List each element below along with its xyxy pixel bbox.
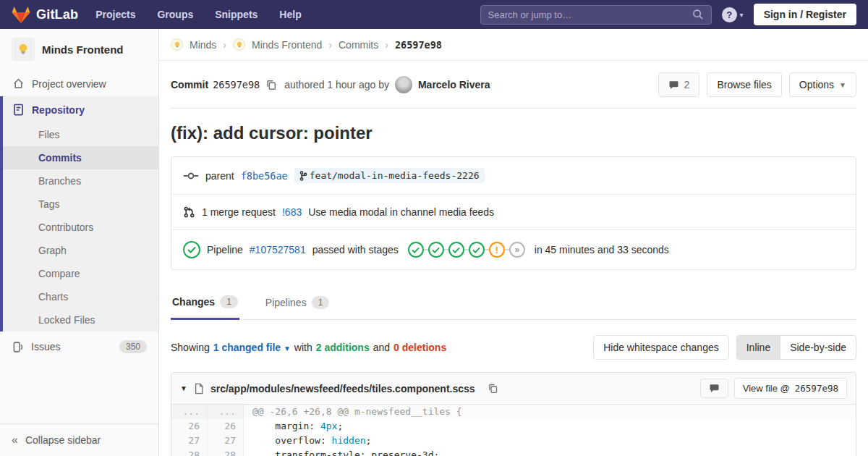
old-line-number[interactable]: 28 [171, 448, 208, 456]
hunk-header-text: @@ -26,6 +26,8 @@ m-newsfeed__tiles { [244, 405, 856, 419]
sidebar-item-issues[interactable]: Issues 350 [0, 332, 158, 362]
merge-request-link[interactable]: !683 [282, 206, 302, 218]
diff-file-header: ▼ src/app/modules/newsfeed/feeds/tiles.c… [171, 373, 856, 405]
new-line-number[interactable]: 28 [208, 448, 244, 456]
stage-warning-icon[interactable]: ! [489, 242, 505, 258]
sidebar-item-files[interactable]: Files [3, 123, 158, 146]
stage-passed-icon[interactable] [428, 242, 444, 258]
commit-tabs: Changes 1 Pipelines 1 [171, 287, 856, 320]
new-line-number: ... [208, 405, 244, 419]
sidebar-item-commits[interactable]: Commits [3, 146, 158, 169]
merge-request-icon [183, 206, 195, 219]
search-input[interactable] [488, 9, 692, 20]
code-text: ; [337, 421, 343, 431]
comments-count-button[interactable]: 2 [658, 72, 700, 97]
code-text: margin: [252, 421, 320, 431]
inline-view-button[interactable]: Inline [737, 336, 780, 359]
diff-code-row: 27 27 overflow: hidden; [171, 434, 856, 448]
tab-pipelines[interactable]: Pipelines 1 [264, 287, 331, 319]
browse-files-button[interactable]: Browse files [707, 72, 781, 97]
navbar-menu: Projects Groups Snippets Help [95, 9, 302, 20]
collapse-file-icon[interactable]: ▼ [180, 384, 187, 392]
main-content: Minds › Minds Frontend › Commits › 26597… [159, 29, 868, 456]
breadcrumb-separator: › [223, 39, 226, 51]
search-icon [692, 9, 704, 20]
copy-path-icon[interactable] [488, 383, 498, 394]
gitlab-tanuki-icon [12, 6, 30, 24]
diff-table: ... ... @@ -26,6 +26,8 @@ m-newsfeed__ti… [171, 405, 856, 456]
stage-passed-icon[interactable] [408, 242, 424, 258]
code-line: margin: 4px; [244, 419, 856, 434]
stage-passed-icon[interactable] [469, 242, 485, 258]
collapse-sidebar-label: Collapse sidebar [25, 434, 101, 446]
merge-request-row: 1 merge request !683 Use media modal in … [171, 194, 856, 229]
old-line-number: ... [171, 405, 208, 419]
nav-item-groups[interactable]: Groups [157, 9, 193, 20]
author-avatar[interactable] [395, 76, 412, 93]
stage-passed-icon[interactable] [448, 242, 464, 258]
sidebar-item-repository[interactable]: Repository [3, 96, 158, 123]
breadcrumb-commits[interactable]: Commits [339, 39, 378, 51]
project-title: Minds Frontend [42, 43, 124, 56]
pipeline-label: Pipeline [207, 244, 243, 256]
stage-skipped-icon[interactable]: » [509, 242, 525, 258]
sidebar-item-charts[interactable]: Charts [3, 285, 158, 308]
stage-connector [464, 249, 469, 250]
code-line: transform-style: preserve-3d; [244, 448, 856, 456]
project-context-header[interactable]: Minds Frontend [0, 29, 158, 71]
sidebar-item-locked-files[interactable]: Locked Files [3, 308, 158, 332]
new-line-number[interactable]: 26 [208, 419, 244, 434]
new-line-number[interactable]: 27 [208, 434, 244, 448]
author-name[interactable]: Marcelo Rivera [418, 79, 490, 90]
file-comment-button[interactable] [700, 379, 728, 398]
nav-item-help[interactable]: Help [279, 9, 301, 20]
branch-ref-label[interactable]: feat/modal-in-media-feeds-2226 [294, 168, 485, 183]
view-file-sha: 26597e98 [795, 383, 838, 394]
sidebar-item-compare[interactable]: Compare [3, 262, 158, 285]
pipeline-id-link[interactable]: #107527581 [250, 244, 306, 256]
breadcrumb-minds-frontend[interactable]: Minds Frontend [252, 39, 322, 51]
global-search[interactable] [480, 5, 712, 25]
document-icon [12, 104, 25, 116]
side-by-side-view-button[interactable]: Side-by-side [780, 336, 856, 359]
commit-icon [183, 171, 199, 181]
issues-icon [12, 341, 24, 353]
view-file-button[interactable]: View file @ 26597e98 [734, 378, 847, 399]
tab-label: Pipelines [265, 297, 307, 308]
old-line-number[interactable]: 26 [171, 419, 208, 434]
sidebar-item-graph[interactable]: Graph [3, 239, 158, 262]
caret-down-icon: ▼ [284, 345, 291, 352]
gitlab-logo-link[interactable]: GitLab [12, 6, 78, 24]
sidebar-item-project-overview[interactable]: Project overview [0, 71, 158, 96]
old-line-number[interactable]: 27 [171, 434, 208, 448]
diff-view-toggle: Inline Side-by-side [736, 335, 856, 360]
code-text: ; [433, 449, 439, 456]
diff-code-row: 28 28 transform-style: preserve-3d; [171, 448, 856, 456]
nav-item-projects[interactable]: Projects [95, 9, 135, 20]
changed-files-dropdown[interactable]: 1 changed file ▼ [213, 342, 291, 353]
caret-down-icon: ▼ [839, 81, 846, 89]
code-text: transform-style: preserve-3d [252, 449, 433, 456]
parent-sha-link[interactable]: f8be56ae [241, 170, 288, 182]
options-dropdown-button[interactable]: Options ▼ [789, 72, 856, 97]
sidebar-item-contributors[interactable]: Contributors [3, 216, 158, 239]
breadcrumb-separator: › [328, 39, 332, 51]
diff-file-path[interactable]: src/app/modules/newsfeed/feeds/tiles.com… [210, 383, 475, 394]
hide-whitespace-button[interactable]: Hide whitespace changes [593, 335, 729, 360]
sign-in-register-button[interactable]: Sign in / Register [754, 4, 856, 25]
stage-connector [505, 249, 509, 250]
commit-sha: 26597e98 [213, 79, 260, 90]
copy-sha-icon[interactable] [265, 79, 277, 90]
pipeline-passed-icon[interactable] [183, 241, 200, 258]
pipelines-count-badge: 1 [312, 296, 330, 309]
breadcrumb-minds[interactable]: Minds [190, 39, 216, 51]
nav-item-snippets[interactable]: Snippets [215, 9, 258, 20]
sidebar-item-branches[interactable]: Branches [3, 169, 158, 193]
sidebar-item-tags[interactable]: Tags [3, 193, 158, 216]
tab-changes[interactable]: Changes 1 [171, 287, 239, 320]
comment-bubble-icon [668, 80, 679, 90]
showing-label: Showing [171, 342, 210, 353]
parent-label: parent [205, 170, 234, 182]
help-dropdown[interactable]: ? ▾ [722, 7, 744, 22]
collapse-sidebar-button[interactable]: « Collapse sidebar [0, 423, 158, 456]
